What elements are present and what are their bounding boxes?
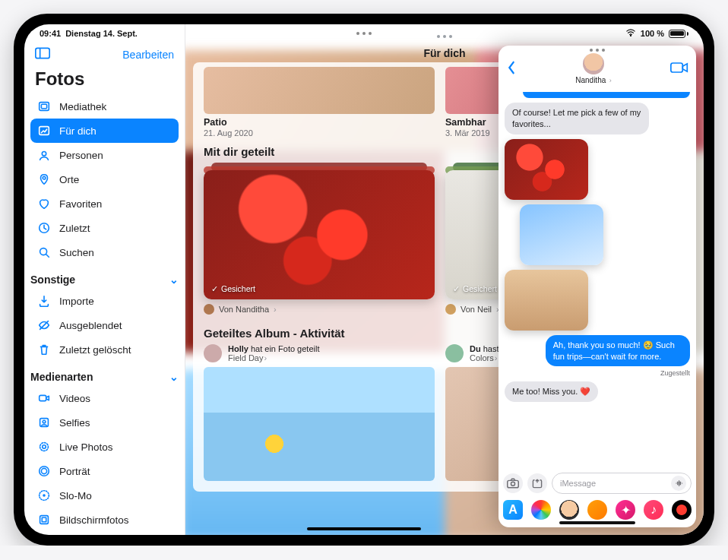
- sidebar-item-live[interactable]: Live Photos: [30, 435, 179, 459]
- activity-entry-holly[interactable]: Holly hat ein Foto geteilt Field Day ›: [204, 344, 435, 362]
- camera-button[interactable]: [503, 473, 523, 493]
- saved-badge: ✓Gesichert: [453, 284, 497, 293]
- sidebar-item-foryou[interactable]: Für dich: [30, 119, 179, 143]
- chevron-right-icon: ›: [495, 353, 498, 362]
- section-media[interactable]: Medienarten ⌄: [24, 366, 185, 386]
- svg-point-25: [511, 482, 514, 486]
- chevron-right-icon: ›: [274, 305, 277, 314]
- sidebar-item-label: Suchen: [59, 247, 94, 258]
- status-date: Dienstag 14. Sept.: [65, 29, 138, 38]
- sidebar-item-slomo[interactable]: Slo-Mo: [30, 483, 179, 508]
- message-outgoing[interactable]: Ah, thank you so much! 🥹 Such fun trips—…: [546, 335, 690, 367]
- svg-point-13: [43, 445, 46, 449]
- svg-point-14: [40, 443, 49, 451]
- digital-touch-app[interactable]: [672, 500, 692, 520]
- svg-rect-20: [42, 517, 46, 521]
- sidebar-item-import[interactable]: Importe: [30, 289, 179, 313]
- sidebar-item-library[interactable]: Mediathek: [30, 94, 179, 119]
- photos-sidebar: Bearbeiten Fotos MediathekFür dichPerson…: [24, 24, 185, 535]
- home-indicator[interactable]: [307, 527, 421, 530]
- back-button[interactable]: [506, 61, 517, 78]
- sidebar-item-hidden[interactable]: Ausgeblendet: [30, 313, 179, 337]
- message-image[interactable]: [520, 204, 603, 265]
- status-time: 09:41: [40, 29, 61, 38]
- message-input[interactable]: iMessage: [552, 473, 692, 494]
- facetime-button[interactable]: [670, 62, 688, 77]
- sidebar-item-pin[interactable]: Orte: [30, 167, 179, 191]
- chevron-down-icon: ⌄: [169, 371, 179, 383]
- wifi-icon: [625, 29, 636, 38]
- memory-card-patio[interactable]: Patio 21. Aug 2020: [204, 67, 435, 138]
- sidebar-item-label: Mediathek: [59, 101, 106, 112]
- sidebar-item-clock[interactable]: Zuletzt: [30, 216, 179, 240]
- trash-icon: [36, 342, 52, 357]
- multitask-dots[interactable]: [356, 32, 372, 35]
- sidebar-toggle-icon[interactable]: [35, 47, 50, 62]
- message-image[interactable]: [505, 139, 588, 200]
- photos-app[interactable]: [531, 500, 551, 520]
- app-store-button[interactable]: [527, 473, 547, 493]
- section-other[interactable]: Sonstige ⌄: [24, 269, 185, 289]
- video-icon: [36, 391, 52, 406]
- chevron-right-icon: ›: [264, 353, 267, 362]
- slomo-icon: [36, 488, 52, 503]
- svg-point-0: [630, 35, 631, 36]
- sidebar-item-label: Favoriten: [59, 198, 102, 210]
- search-app[interactable]: ✦: [616, 500, 635, 520]
- message-incoming[interactable]: Of course! Let me pick a few of my favor…: [505, 103, 649, 134]
- sidebar-item-label: Zuletzt: [59, 223, 90, 234]
- message-image[interactable]: [505, 270, 588, 331]
- sidebar-item-trash[interactable]: Zuletzt gelöscht: [30, 337, 179, 362]
- memoji-app[interactable]: [559, 500, 579, 520]
- message-image-stack[interactable]: [505, 139, 603, 331]
- check-icon: ✓: [453, 284, 460, 293]
- conversation-title[interactable]: Nanditha ›: [575, 53, 612, 84]
- sidebar-item-portrait[interactable]: Porträt: [30, 459, 179, 483]
- sidebar-item-screenrec[interactable]: Bildschirmaufnahmen: [30, 532, 179, 535]
- people-icon: [36, 147, 52, 163]
- avatar: [445, 344, 464, 362]
- sidebar-item-selfie[interactable]: Selfies: [30, 410, 179, 435]
- svg-rect-29: [680, 482, 681, 486]
- slideover-home-indicator[interactable]: [559, 521, 635, 524]
- app-store-app[interactable]: A: [503, 500, 523, 520]
- svg-rect-10: [40, 395, 46, 400]
- music-app[interactable]: ♪: [644, 500, 663, 520]
- avatar: [204, 304, 214, 315]
- avatar: [204, 344, 222, 362]
- library-icon: [36, 99, 52, 114]
- sidebar-item-label: Ausgeblendet: [59, 320, 122, 331]
- svg-point-15: [41, 468, 46, 473]
- sticker-app[interactable]: [587, 500, 607, 520]
- shared-stack-nanditha[interactable]: ✓Gesichert Von Nanditha›: [204, 163, 435, 315]
- svg-rect-26: [676, 482, 677, 483]
- slideover-multitask-dots[interactable]: [499, 46, 696, 52]
- sidebar-item-heart[interactable]: Favoriten: [30, 191, 179, 216]
- svg-rect-27: [677, 482, 678, 486]
- sidebar-item-label: Videos: [59, 393, 90, 404]
- sidebar-item-label: Porträt: [59, 466, 90, 477]
- activity-photo[interactable]: [204, 367, 435, 481]
- svg-point-6: [42, 152, 46, 156]
- import-icon: [36, 293, 52, 308]
- dictate-button[interactable]: [671, 476, 686, 491]
- shared-from[interactable]: Von Nanditha›: [204, 304, 435, 315]
- svg-rect-4: [41, 104, 46, 108]
- check-icon: ✓: [211, 284, 218, 293]
- avatar: [583, 53, 604, 74]
- svg-rect-19: [40, 516, 49, 524]
- message-incoming[interactable]: Me too! Miss you. ❤️: [505, 381, 598, 402]
- edit-button[interactable]: Bearbeiten: [122, 49, 174, 61]
- memory-title: Patio: [204, 117, 435, 128]
- live-icon: [36, 439, 52, 454]
- memory-date: 21. Aug 2020: [204, 128, 435, 138]
- chevron-right-icon: ›: [607, 77, 612, 84]
- svg-point-18: [43, 494, 46, 497]
- sidebar-item-screenshot[interactable]: Bildschirmfotos: [30, 508, 179, 532]
- sidebar-item-search[interactable]: Suchen: [30, 240, 179, 264]
- sidebar-item-label: Live Photos: [59, 441, 113, 453]
- sidebar-item-video[interactable]: Videos: [30, 386, 179, 410]
- sidebar-item-label: Selfies: [59, 417, 90, 429]
- sidebar-item-people[interactable]: Personen: [30, 143, 179, 167]
- heart-icon: [36, 196, 52, 211]
